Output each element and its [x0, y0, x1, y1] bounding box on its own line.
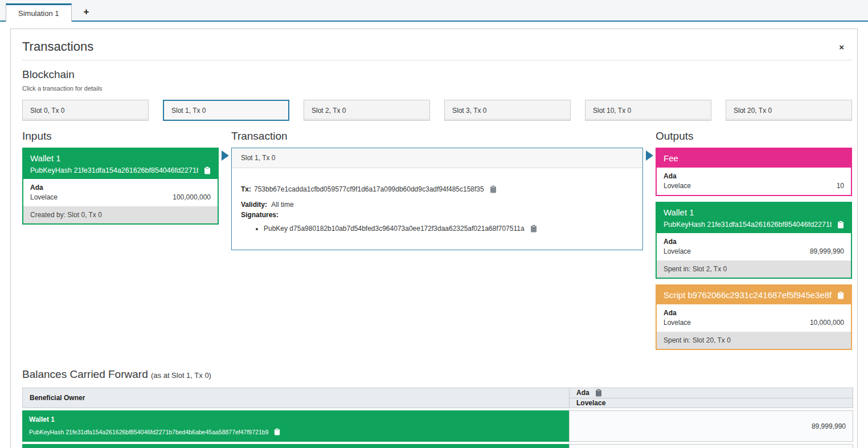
token-label: Lovelace — [664, 319, 691, 327]
wallet-title: Wallet 1 — [30, 153, 211, 163]
wallet-title: Wallet 1 — [664, 207, 844, 217]
transaction-card: Slot 1, Tx 0 Tx: 753bb67e1cadda1cfbd0595… — [231, 148, 643, 250]
balances-subtitle: (as at Slot 1, Tx 0) — [151, 371, 211, 380]
copy-icon[interactable] — [837, 291, 844, 299]
slot-button-1-selected[interactable]: Slot 1, Tx 0 — [163, 100, 289, 121]
slot-button-10[interactable]: Slot 10, Tx 0 — [585, 100, 711, 121]
copy-icon[interactable] — [595, 389, 602, 397]
arrow-right-icon — [222, 150, 229, 161]
slot-button-2[interactable]: Slot 2, Tx 0 — [304, 100, 430, 121]
inputs-to-transaction-gap — [219, 130, 231, 161]
transaction-column: Transaction Slot 1, Tx 0 Tx: 753bb67e1ca… — [231, 130, 643, 250]
tx-hash: 753bb67e1cadda1cfbd059577cf9f1d6a17a099d… — [254, 185, 484, 193]
balances-table-header: Beneficial Owner Ada Lovelace — [22, 388, 853, 408]
token-header: Lovelace — [576, 399, 605, 407]
table-row: Wallet 2 — [22, 444, 853, 448]
input-wallet-card: Wallet 1 PubKeyHash 21fe31dfa154a261626b… — [22, 148, 219, 225]
owner-cell-wallet-2: Wallet 2 — [22, 444, 569, 448]
slot-button-3[interactable]: Slot 3, Tx 0 — [444, 100, 571, 121]
owner-pubkeyhash: PubKeyHash 21fe31dfa154a261626bf854046fd… — [29, 429, 268, 435]
owner-name: Wallet 1 — [29, 416, 562, 423]
simulation-tab-bar: Simulation 1 + — [0, 0, 868, 22]
input-wallet-card-body: Ada Lovelace 100,000,000 — [23, 179, 218, 206]
signature-pubkey: PubKey d75a980182b10ab7d54bfed3c964073a0… — [264, 225, 525, 233]
amount-value: 89,999,990 — [810, 247, 844, 255]
balance-value — [569, 444, 853, 448]
output-wallet-card-header: Wallet 1 PubKeyHash 21fe31dfa154a261626b… — [657, 203, 851, 233]
validity-label: Validity: — [241, 201, 267, 209]
currency-header: Ada — [576, 389, 589, 397]
arrow-right-icon — [646, 150, 653, 161]
token-label: Lovelace — [30, 193, 58, 201]
transaction-heading: Transaction — [231, 130, 643, 142]
spent-in-footer: Spent in: Slot 20, Tx 0 — [657, 332, 851, 349]
script-title: Script b9762066c2931c241687ef5f945e3e8fc… — [664, 290, 832, 300]
slot-label: Slot 1, Tx 0 — [171, 107, 206, 115]
close-icon[interactable]: × — [839, 43, 844, 51]
ada-column-header: Ada Lovelace — [569, 388, 853, 408]
slot-label: Slot 10, Tx 0 — [593, 107, 631, 115]
output-script-card-body: Ada Lovelace 10,000,000 — [657, 304, 851, 332]
signature-item: PubKey d75a980182b10ab7d54bfed3c964073a0… — [264, 225, 633, 233]
fee-card-body: Ada Lovelace 10 — [657, 168, 851, 195]
copy-icon[interactable] — [274, 428, 280, 435]
tx-label: Tx: — [241, 185, 251, 193]
outputs-heading: Outputs — [656, 130, 852, 142]
slot-button-0[interactable]: Slot 0, Tx 0 — [22, 100, 149, 121]
transaction-to-outputs-gap — [643, 130, 656, 161]
created-by-footer: Created by: Slot 0, Tx 0 — [23, 206, 218, 223]
owner-column-header: Beneficial Owner — [22, 388, 569, 408]
output-wallet-card: Wallet 1 PubKeyHash 21fe31dfa154a261626b… — [656, 202, 852, 279]
input-wallet-card-header: Wallet 1 PubKeyHash 21fe31dfa154a261626b… — [23, 149, 218, 179]
currency-label: Ada — [30, 184, 211, 192]
amount-value: 100,000,000 — [173, 193, 211, 201]
copy-icon[interactable] — [530, 225, 537, 233]
inputs-column: Inputs Wallet 1 PubKeyHash 21fe31dfa154a… — [22, 130, 219, 230]
fee-title: Fee — [664, 153, 844, 163]
plus-icon: + — [84, 6, 89, 18]
balances-title: Balances Carried Forward — [22, 368, 148, 380]
balances-table: Beneficial Owner Ada Lovelace Wallet 1 — [22, 388, 853, 448]
transaction-flow: Inputs Wallet 1 PubKeyHash 21fe31dfa154a… — [22, 130, 852, 356]
inputs-heading: Inputs — [22, 130, 219, 142]
balance-value: 89,999,990 — [569, 410, 853, 442]
table-row: Wallet 1 PubKeyHash 21fe31dfa154a261626b… — [22, 410, 853, 442]
balances-heading: Balances Carried Forward (as at Slot 1, … — [22, 368, 852, 381]
slot-label: Slot 3, Tx 0 — [452, 107, 486, 115]
transactions-panel: Transactions × Blockchain Click a transa… — [10, 28, 858, 448]
tab-label: Simulation 1 — [18, 9, 59, 18]
validity-value: All time — [271, 201, 293, 209]
copy-icon[interactable] — [837, 221, 844, 229]
slot-button-20[interactable]: Slot 20, Tx 0 — [726, 100, 852, 121]
transaction-card-header: Slot 1, Tx 0 — [232, 148, 642, 168]
token-label: Lovelace — [664, 247, 691, 255]
amount-value: 10 — [837, 182, 844, 190]
wallet-pubkeyhash: PubKeyHash 21fe31dfa154a261626bf854046fd… — [664, 221, 832, 229]
blockchain-hint: Click a transaction for details — [22, 85, 852, 92]
outputs-column: Outputs Fee Ada Lovelace 10 — [656, 130, 852, 356]
blockchain-heading: Blockchain — [22, 68, 852, 81]
copy-icon[interactable] — [204, 166, 211, 174]
wallet-pubkeyhash: PubKeyHash 21fe31dfa154a261626bf854046fd… — [30, 166, 198, 174]
currency-label: Ada — [664, 309, 844, 317]
tab-simulation-1[interactable]: Simulation 1 — [6, 3, 72, 22]
add-tab-button[interactable]: + — [72, 3, 101, 21]
transaction-card-body: Tx: 753bb67e1cadda1cfbd059577cf9f1d6a17a… — [232, 168, 642, 250]
slot-label: Slot 0, Tx 0 — [30, 107, 64, 115]
fee-card: Fee Ada Lovelace 10 — [656, 148, 852, 196]
panel-header: Transactions × — [22, 29, 852, 60]
slot-label: Slot 2, Tx 0 — [312, 107, 346, 115]
blockchain-slot-row: Slot 0, Tx 0 Slot 1, Tx 0 Slot 2, Tx 0 S… — [22, 100, 852, 121]
currency-label: Ada — [664, 172, 844, 180]
output-script-card-header: Script b9762066c2931c241687ef5f945e3e8fc… — [657, 286, 851, 304]
output-script-card: Script b9762066c2931c241687ef5f945e3e8fc… — [656, 284, 852, 350]
signatures-list: PubKey d75a980182b10ab7d54bfed3c964073a0… — [264, 225, 633, 233]
spent-in-footer: Spent in: Slot 2, Tx 0 — [657, 260, 851, 278]
token-label: Lovelace — [664, 182, 691, 190]
app-window: Simulation 1 + Transactions × Blockchain… — [0, 0, 868, 448]
page-title: Transactions — [22, 39, 93, 54]
currency-label: Ada — [664, 238, 844, 246]
fee-card-header: Fee — [657, 149, 851, 168]
signatures-label: Signatures: — [241, 211, 633, 219]
copy-icon[interactable] — [490, 185, 497, 193]
